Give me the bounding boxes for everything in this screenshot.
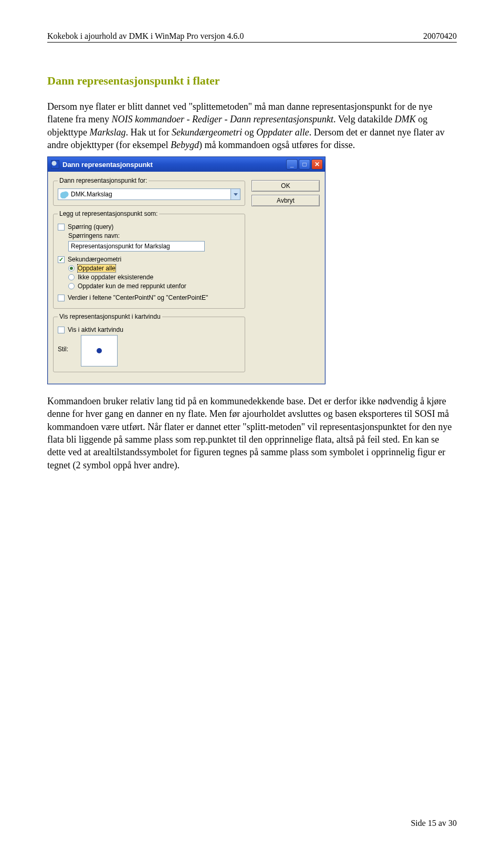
- combo-value: DMK.Markslag: [71, 191, 230, 198]
- group-vis: Vis representasjonspunkt i kartvindu Vis…: [53, 313, 245, 372]
- group-leggut: Legg ut representasjonspunkt som: Spørri…: [53, 210, 245, 309]
- dialog-title: Dann representasjonspunkt: [62, 161, 285, 169]
- opt-utenfor-label: Oppdater kun de med reppunkt utenfor: [78, 282, 186, 290]
- avbryt-button[interactable]: Avbryt: [251, 195, 320, 206]
- app-icon: [51, 160, 59, 169]
- titlebar[interactable]: Dann representasjonspunkt _ □ ✕: [48, 157, 325, 172]
- opt-utenfor-radio[interactable]: [68, 283, 75, 289]
- verdier-checkbox[interactable]: [58, 295, 65, 301]
- maximize-button[interactable]: □: [299, 159, 310, 170]
- sekundargeometri-checkbox[interactable]: ✓: [58, 256, 65, 263]
- sporring-navn-label: Spørringens navn:: [68, 232, 240, 239]
- header-right: 20070420: [423, 32, 457, 41]
- dann-representasjonspunkt-dialog: Dann representasjonspunkt _ □ ✕ Dann rep…: [47, 156, 326, 384]
- sporring-checkbox[interactable]: [58, 224, 65, 230]
- ok-button[interactable]: OK: [251, 180, 320, 192]
- followup-paragraph: Kommandoen bruker relativ lang tid på en…: [47, 395, 457, 471]
- stil-label: Stil:: [58, 335, 77, 353]
- sporring-label: Spørring (query): [68, 223, 113, 230]
- vis-aktivt-label: Vis i aktivt kartvindu: [68, 326, 123, 333]
- layer-icon: [60, 190, 69, 198]
- group-leggut-legend: Legg ut representasjonspunkt som:: [58, 210, 159, 217]
- opt-ikke-eksisterende-label: Ikke oppdater eksisterende: [78, 274, 153, 281]
- verdier-label: Verdier i feltene "CenterPointN" og "Cen…: [68, 294, 208, 301]
- opt-ikke-eksisterende-radio[interactable]: [68, 274, 75, 280]
- minimize-button[interactable]: _: [286, 159, 298, 170]
- group-for-legend: Dann representasjonspunkt for:: [58, 177, 149, 184]
- page-header: Kokebok i ajourhold av DMK i WinMap Pro …: [47, 32, 457, 43]
- intro-paragraph: Dersom nye flater er blitt dannet ved "s…: [47, 100, 457, 151]
- chevron-down-icon[interactable]: [230, 189, 240, 200]
- opt-oppdater-alle-radio[interactable]: [68, 265, 75, 271]
- objekttype-combo[interactable]: DMK.Markslag: [58, 188, 240, 200]
- sporring-navn-input[interactable]: Representasjonspunkt for Markslag: [68, 241, 205, 251]
- sekundargeometri-label: Sekundærgeometri: [68, 256, 121, 263]
- page-footer: Side 15 av 30: [411, 819, 457, 828]
- stil-preview[interactable]: [81, 335, 118, 366]
- header-left: Kokebok i ajourhold av DMK i WinMap Pro …: [47, 32, 244, 41]
- group-for: Dann representasjonspunkt for: DMK.Marks…: [53, 177, 245, 206]
- vis-aktivt-checkbox[interactable]: [58, 327, 65, 333]
- section-title: Dann representasjonspunkt i flater: [47, 74, 457, 88]
- opt-oppdater-alle-label: Oppdater alle: [78, 265, 116, 272]
- close-button[interactable]: ✕: [311, 159, 323, 170]
- group-vis-legend: Vis representasjonspunkt i kartvindu: [58, 313, 162, 320]
